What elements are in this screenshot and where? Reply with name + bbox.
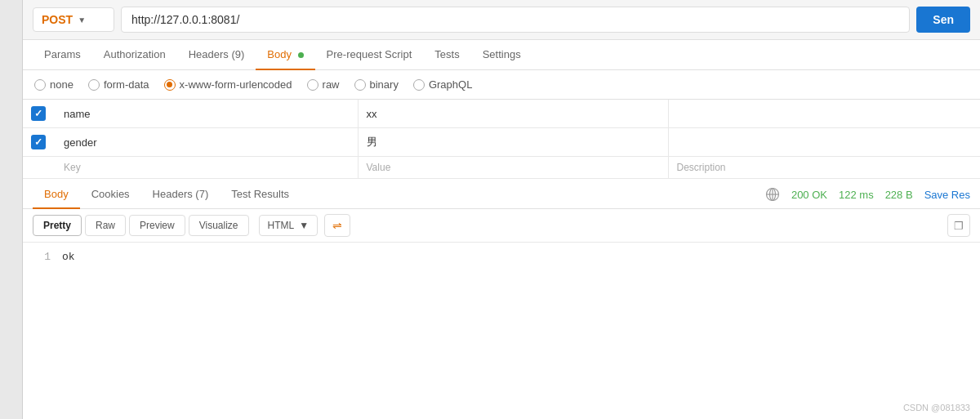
body-type-row: none form-data x-www-form-urlencoded raw… [23,70,980,100]
table-row: gender 男 [23,128,980,157]
view-raw-button[interactable]: Raw [85,215,126,236]
radio-circle-binary [354,79,366,91]
radio-binary[interactable]: binary [354,78,399,91]
code-line-1: ok [62,251,75,263]
tab-authorization[interactable]: Authorization [92,40,177,70]
row-value-name: xx [367,108,377,120]
method-label: POST [42,13,73,26]
resp-tab-testresults[interactable]: Test Results [220,181,301,209]
line-number-1: 1 [34,251,51,263]
tab-prerequest[interactable]: Pre-request Script [315,40,424,70]
view-pretty-button[interactable]: Pretty [33,215,82,236]
row-value-gender: 男 [367,136,377,148]
send-button[interactable]: Sen [916,7,970,33]
placeholder-description: Description [677,162,726,173]
wrap-icon: ⇌ [332,219,342,232]
view-visualize-button[interactable]: Visualize [189,215,249,236]
row-key-gender: gender [64,136,96,149]
line-numbers: 1 [34,251,51,263]
placeholder-key: Key [64,162,81,173]
params-table: name xx gender 男 Key Value Description [23,100,980,179]
view-preview-button[interactable]: Preview [129,215,185,236]
code-area: 1 ok [23,243,980,271]
sidebar-strip [0,0,23,271]
tab-headers[interactable]: Headers (9) [177,40,256,70]
row-checkbox-gender[interactable] [31,135,46,149]
wrap-button[interactable]: ⇌ [324,214,350,237]
radio-graphql-label: GraphQL [429,78,472,91]
method-select[interactable]: POST ▼ [33,7,114,32]
radio-graphql[interactable]: GraphQL [413,78,472,91]
resp-tab-body[interactable]: Body [33,181,80,209]
request-tabs: Params Authorization Headers (9) Body Pr… [23,40,980,70]
tab-tests[interactable]: Tests [423,40,470,70]
radio-none-label: none [50,78,74,91]
resp-tab-cookies[interactable]: Cookies [80,181,141,209]
code-content: ok [62,251,75,263]
radio-circle-formdata [88,79,100,91]
format-label: HTML [268,220,295,231]
radio-urlencoded[interactable]: x-www-form-urlencoded [164,78,292,91]
radio-urlencoded-label: x-www-form-urlencoded [180,78,292,91]
save-response-button[interactable]: Save Res [924,189,970,201]
globe-icon [765,187,780,202]
response-size: 228 B [885,189,913,201]
radio-circle-graphql [413,79,425,91]
radio-raw-label: raw [323,78,340,91]
radio-circle-raw [307,79,318,91]
resp-body-toolbar: Pretty Raw Preview Visualize HTML ▼ ⇌ ❐ [23,209,980,243]
body-dot [298,52,304,58]
row-checkbox-name[interactable] [31,106,46,121]
radio-formdata[interactable]: form-data [88,78,149,91]
resp-tab-headers[interactable]: Headers (7) [141,181,220,209]
table-row: name xx [23,100,980,128]
row-key-name: name [64,108,91,120]
tab-body[interactable]: Body [256,40,314,70]
copy-icon: ❐ [954,220,964,232]
table-placeholder-row: Key Value Description [23,157,980,179]
format-chevron-icon: ▼ [299,220,309,231]
radio-circle-none [34,79,46,91]
status-code: 200 OK [791,189,827,201]
response-tabs-row: Body Cookies Headers (7) Test Results 20… [23,181,980,209]
placeholder-value: Value [367,162,391,173]
resp-status-area: 200 OK 122 ms 228 B Save Res [765,187,970,202]
radio-circle-urlencoded [164,79,176,91]
copy-button[interactable]: ❐ [947,214,970,237]
radio-raw[interactable]: raw [307,78,340,91]
tab-settings[interactable]: Settings [471,40,532,70]
radio-binary-label: binary [370,78,399,91]
radio-formdata-label: form-data [104,78,149,91]
top-bar: POST ▼ Sen [23,0,980,40]
tab-params[interactable]: Params [33,40,92,70]
format-select[interactable]: HTML ▼ [259,215,318,236]
response-time: 122 ms [839,189,874,201]
method-chevron-icon: ▼ [78,16,86,25]
url-input[interactable] [121,7,910,33]
radio-none[interactable]: none [34,78,74,91]
